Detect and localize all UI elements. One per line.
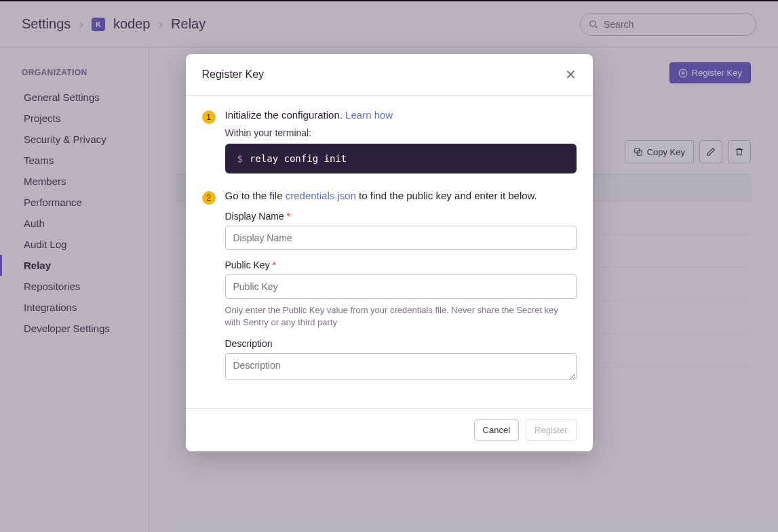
modal-overlay: Register Key ✕ 1 Initialize the configur… (0, 0, 778, 532)
publickey-label: Public Key * (225, 260, 577, 270)
terminal-command: $relay config init (225, 144, 577, 173)
step1-text: Initialize the configuration. (225, 109, 343, 121)
step-badge-1: 1 (202, 110, 216, 124)
cancel-button[interactable]: Cancel (474, 420, 519, 441)
register-key-modal: Register Key ✕ 1 Initialize the configur… (186, 54, 593, 451)
description-label: Description (225, 338, 577, 349)
prompt-icon: $ (237, 153, 243, 164)
step1-sub: Within your terminal: (225, 127, 577, 138)
modal-title: Register Key (202, 68, 265, 81)
credentials-link[interactable]: credentials.json (286, 190, 356, 201)
register-button[interactable]: Register (526, 420, 576, 441)
description-input[interactable] (225, 353, 577, 380)
publickey-hint: Only enter the Public Key value from you… (225, 304, 577, 329)
learn-how-link[interactable]: Learn how (345, 109, 393, 121)
step-badge-2: 2 (202, 191, 216, 205)
displayname-input[interactable] (225, 226, 577, 250)
displayname-label: Display Name * (225, 211, 577, 222)
command-text: relay config init (250, 153, 347, 164)
publickey-input[interactable] (225, 274, 577, 299)
close-icon[interactable]: ✕ (565, 66, 577, 83)
step2-post: to find the public key and enter it belo… (356, 190, 537, 201)
step2-pre: Go to the file (225, 190, 286, 201)
